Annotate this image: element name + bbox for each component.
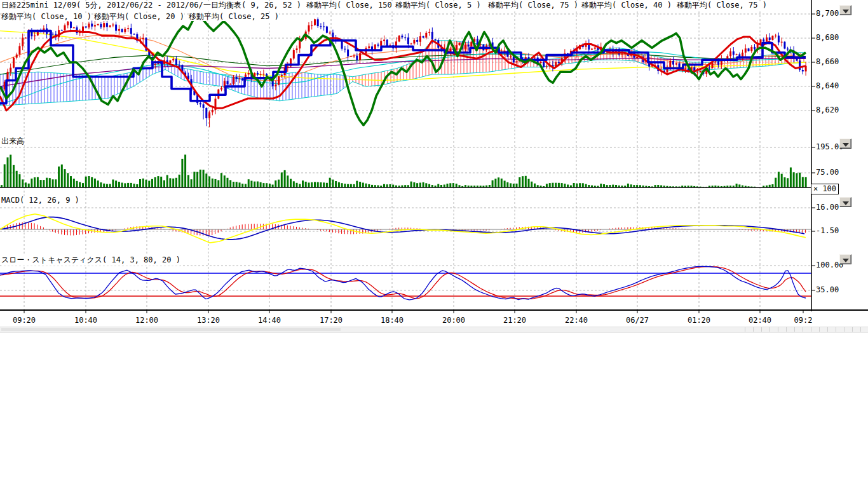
time-axis-label-12: 02:40 [749,316,771,325]
time-axis-label-7: 20:00 [442,316,465,325]
pane-scale-dropdown-button-1[interactable] [839,139,851,149]
chevron-down-icon [843,10,849,13]
time-axis-label-8: 21:20 [503,316,526,325]
time-axis-label-4: 14:40 [258,316,281,325]
y-axis-label-3: 8,640 [816,81,839,90]
time-axis-label-13: 09:2 [794,316,813,325]
indicator-title-3: 移動平均( Close, 5 ) [395,1,481,10]
scrollbar-thumb[interactable] [1,328,341,331]
volume-multiplier-badge: × 100 [811,184,839,194]
time-axis-label-10: 06/27 [626,316,649,325]
horizontal-scrollbar[interactable] [0,327,868,333]
chevron-down-icon [843,201,849,205]
pane-scale-dropdown-button-3[interactable] [839,254,851,264]
y-axis-label-1: 8,680 [816,33,839,42]
pane-scale-dropdown-button-0[interactable] [839,5,851,15]
y-axis-label-7: 16.00 [816,203,839,212]
macd-pane-label: MACD( 12, 26, 9 ) [1,196,79,205]
y-axis-label-6: 75.00 [816,168,839,177]
time-axis-label-0: 09:20 [13,316,36,325]
volume-pane-label: 出来高 [1,136,24,147]
indicator-title-6: 移動平均( Close, 75 ) [677,1,767,10]
y-axis-label-8: -1.50 [816,226,839,235]
indicator-title-r2-0: 移動平均( Close, 10 ) [1,13,92,21]
time-axis-label-2: 12:00 [135,316,158,325]
time-axis-label-11: 01:20 [688,316,710,325]
indicator-title-r2-2: 移動平均( Close, 25 ) [189,13,279,21]
indicator-title-4: 移動平均( Close, 75 ) [488,1,578,10]
scrollbar-ruler [737,327,868,332]
indicator-title-1: 一目均衡表( 9, 26, 52 ) [203,1,301,10]
y-axis-label-4: 8,620 [816,105,839,114]
indicator-title-0: 日経225mini 12/09( 5分, 2012/06/22 - 2012/0… [1,1,222,10]
y-axis-label-10: 35.00 [816,285,839,294]
time-axis-label-9: 22:40 [565,316,588,325]
y-axis-label-0: 8,700 [816,9,839,18]
time-axis-label-1: 10:40 [74,316,97,325]
time-axis-label-5: 17:20 [320,316,342,325]
time-axis-label-3: 13:20 [197,316,220,325]
stoch-pane-label: スロー・ストキャスティクス( 14, 3, 80, 20 ) [1,255,180,266]
trading-app-window: 日経225mini 12/09( 5分, 2012/06/22 - 2012/0… [0,0,868,488]
chevron-down-icon [843,259,849,262]
chevron-down-icon [843,143,849,147]
indicator-title-2: 移動平均( Close, 150 ) [306,1,401,10]
pane-scale-dropdown-button-2[interactable] [839,197,851,207]
chart-plot-area[interactable] [0,0,868,337]
y-axis-label-2: 8,660 [816,57,839,66]
time-axis-label-6: 18:40 [381,316,403,325]
indicator-title-r2-1: 移動平均( Close, 20 ) [94,13,184,21]
indicator-title-5: 移動平均( Close, 40 ) [581,1,672,10]
